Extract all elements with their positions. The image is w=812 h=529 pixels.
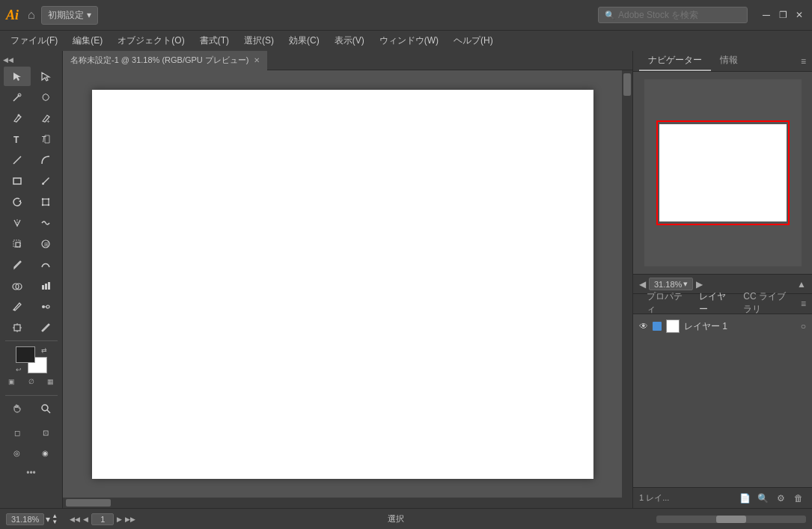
menu-effect[interactable]: 効果(C) (281, 31, 327, 50)
pencil-tool[interactable] (4, 255, 31, 275)
artboard-tool[interactable] (4, 318, 31, 337)
svg-point-10 (42, 183, 44, 185)
layers-menu-icon[interactable]: ≡ (801, 299, 806, 309)
document-tab[interactable]: 名称未設定-1 @ 31.18% (RGB/GPU プレビュー) ✕ (63, 51, 267, 70)
foreground-color-box[interactable] (16, 346, 35, 363)
restore-button[interactable]: ❐ (776, 8, 790, 22)
menubar: ファイル(F) 編集(E) オブジェクト(O) 書式(T) 選択(S) 効果(C… (0, 30, 812, 51)
measure-tool[interactable] (32, 318, 59, 337)
direct-selection-tool[interactable] (32, 67, 59, 86)
horizontal-scrollbar-thumb[interactable] (66, 499, 111, 507)
tool-row-3: + (4, 108, 59, 128)
menu-file[interactable]: ファイル(F) (3, 31, 65, 50)
draw-mode[interactable]: ◻ (4, 423, 31, 442)
search-box[interactable]: 🔍 (598, 7, 748, 23)
menu-window[interactable]: ウィンドウ(W) (372, 31, 446, 50)
vertical-scrollbar-thumb[interactable] (623, 73, 631, 96)
minimize-button[interactable]: ─ (760, 8, 773, 22)
zoom-tool[interactable] (32, 399, 59, 418)
more-tools-button[interactable]: ••• (18, 465, 45, 480)
horizontal-scrollbar[interactable] (63, 498, 622, 508)
layer-row[interactable]: 👁 レイヤー 1 ○ (633, 314, 812, 338)
eyedropper-tool[interactable] (4, 297, 31, 317)
gradient-indicator[interactable]: ▦ (43, 375, 59, 388)
page-first-button[interactable]: ◀◀ (70, 516, 80, 523)
pen-tool[interactable] (4, 108, 31, 128)
canvas-scroll (63, 70, 632, 508)
scale-tool[interactable] (4, 234, 31, 254)
close-button[interactable]: ✕ (793, 8, 806, 22)
magic-wand-tool[interactable] (4, 88, 31, 107)
layers-add-button[interactable]: ⚙ (773, 491, 788, 506)
toolbar-collapse[interactable]: ◀◀ (0, 54, 62, 66)
tool-row-4: T T (4, 129, 59, 149)
main-area: ◀◀ + T (0, 51, 812, 508)
page-last-button[interactable]: ▶▶ (125, 516, 135, 523)
extra-tool-2[interactable]: ◉ (32, 443, 59, 462)
tool-row-9: ⊞ (4, 234, 59, 254)
home-icon[interactable]: ⌂ (28, 8, 35, 22)
layer-target-icon[interactable]: ○ (801, 321, 806, 331)
navigator-tab[interactable]: ナビゲーター (639, 51, 711, 71)
info-tab[interactable]: 情報 (711, 51, 747, 71)
zoom-arrows[interactable]: ▲ ▼ (52, 513, 58, 525)
scrollbar-corner (622, 498, 632, 508)
layer-name-label: レイヤー 1 (684, 320, 796, 333)
add-anchor-tool[interactable]: + (32, 108, 59, 128)
menu-select[interactable]: 選択(S) (236, 31, 281, 50)
shape-builder-tool[interactable] (4, 276, 31, 296)
page-number-field[interactable]: 1 (91, 513, 114, 525)
mode-row: ◻ ⊡ (4, 423, 59, 442)
menu-view[interactable]: 表示(V) (327, 31, 372, 50)
search-input[interactable] (618, 10, 738, 20)
type-tool[interactable]: T (4, 129, 31, 149)
layers-make-clip-button[interactable]: 📄 (737, 491, 752, 506)
layer-visibility-icon[interactable]: 👁 (639, 321, 648, 331)
screen-mode[interactable]: ⊡ (32, 423, 59, 442)
smooth-tool[interactable] (32, 255, 59, 275)
page-prev-button[interactable]: ◀ (83, 516, 88, 523)
none-indicator[interactable]: ∅ (23, 375, 40, 388)
reset-colors-icon[interactable]: ↩ (16, 366, 22, 373)
blend-tool[interactable] (32, 297, 59, 317)
lasso-tool[interactable] (32, 88, 59, 107)
rectangle-tool[interactable] (4, 171, 31, 191)
horizontal-progress-bar[interactable] (656, 516, 806, 523)
layers-delete-button[interactable]: 🗑 (791, 491, 806, 506)
menu-object[interactable]: オブジェクト(O) (110, 31, 192, 50)
navigator-menu-icon[interactable]: ≡ (801, 56, 806, 67)
warp-tool[interactable] (32, 213, 59, 233)
zoom-value-status[interactable]: 31.18% (6, 513, 44, 525)
page-next-button[interactable]: ▶ (117, 516, 122, 523)
paintbrush-tool[interactable] (32, 171, 59, 191)
area-type-tool[interactable]: T (32, 129, 59, 149)
selection-tool[interactable] (4, 67, 31, 86)
transform-tool[interactable] (32, 192, 59, 212)
svg-text:T: T (13, 135, 19, 144)
fill-indicator[interactable]: ▣ (4, 375, 20, 388)
menu-type[interactable]: 書式(T) (192, 31, 236, 50)
svg-rect-19 (13, 240, 20, 247)
selection-status-label: 選択 (388, 513, 404, 525)
win-controls: ─ ❐ ✕ (760, 8, 806, 22)
zoom-chevron-status[interactable]: ▾ (46, 514, 50, 525)
menu-edit[interactable]: 編集(E) (65, 31, 110, 50)
rotate-tool[interactable] (4, 192, 31, 212)
layers-locate-button[interactable]: 🔍 (755, 491, 770, 506)
svg-point-29 (46, 305, 49, 308)
extra-tool-1[interactable]: ◎ (4, 443, 31, 462)
artboard[interactable] (92, 90, 593, 479)
line-tool[interactable] (4, 150, 31, 170)
workspace-selector[interactable]: 初期設定 ▾ (41, 6, 98, 25)
hand-tool[interactable] (4, 399, 31, 418)
symbol-tool[interactable]: ⊞ (32, 234, 59, 254)
svg-marker-0 (13, 73, 21, 81)
menu-help[interactable]: ヘルプ(H) (446, 31, 501, 50)
vertical-scrollbar[interactable] (622, 70, 632, 498)
canvas-area: 名称未設定-1 @ 31.18% (RGB/GPU プレビュー) ✕ (63, 51, 632, 508)
tab-close-button[interactable]: ✕ (254, 56, 260, 64)
chart-tool[interactable] (32, 276, 59, 296)
arc-tool[interactable] (32, 150, 59, 170)
reflect-tool[interactable] (4, 213, 31, 233)
swap-colors-icon[interactable]: ⇄ (41, 346, 47, 354)
